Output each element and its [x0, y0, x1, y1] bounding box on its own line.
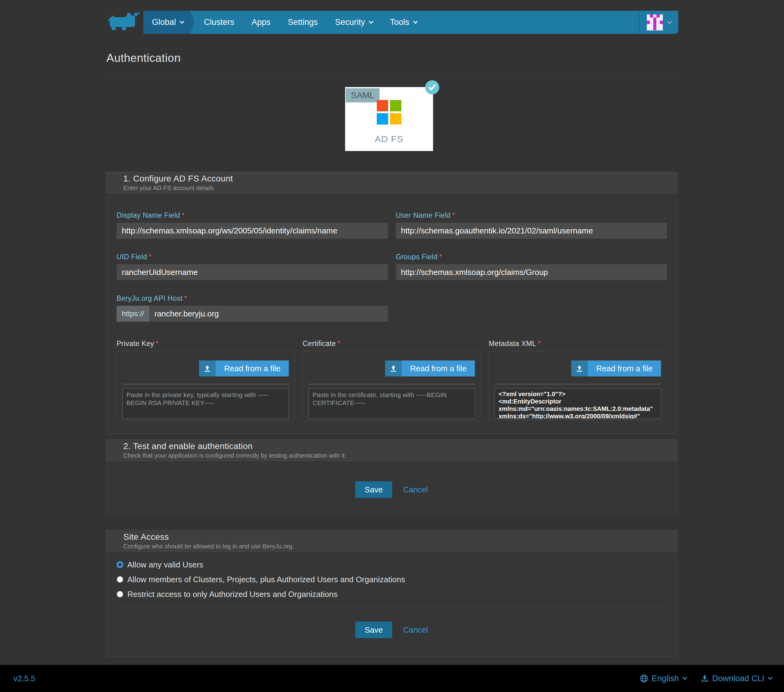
user-name-field-input[interactable]: http://schemas.goauthentik.io/2021/02/sa… — [396, 222, 667, 239]
chevron-down-icon — [768, 675, 773, 680]
panel-divider — [122, 384, 289, 384]
certificate-panel: Read from a file — [303, 351, 481, 420]
section1-header: 1. Configure AD FS Account Enter your AD… — [106, 172, 677, 193]
section1-title: 1. Configure AD FS Account — [124, 174, 677, 184]
certificate-read-file-button[interactable]: Read from a file — [385, 361, 475, 376]
section2-title: 2. Test and enable authentication — [124, 442, 677, 451]
field-user-name: User Name Field* http://schemas.goauthen… — [396, 211, 667, 239]
uid-field-label: UID Field* — [117, 253, 388, 261]
api-host-field-label: BeryJu.org API Host* — [117, 294, 388, 303]
section2-header: 2. Test and enable authentication Check … — [106, 440, 677, 461]
site-access-save-button[interactable]: Save — [355, 621, 392, 638]
required-asterisk: * — [184, 294, 187, 302]
https-prefix-addon: https:// — [117, 306, 149, 322]
required-asterisk: * — [156, 339, 158, 348]
section-site-access: Site Access Configure who should be allo… — [106, 530, 678, 657]
nav-item-settings-label: Settings — [288, 18, 318, 27]
footer: v2.5.5 English Download CLI — [0, 665, 784, 692]
certificate-textarea[interactable] — [308, 388, 475, 419]
version-link[interactable]: v2.5.5 — [13, 665, 35, 692]
nav-item-settings[interactable]: Settings — [279, 11, 327, 34]
language-label: English — [652, 674, 679, 684]
private-key-read-file-button[interactable]: Read from a file — [199, 361, 289, 376]
save-button[interactable]: Save — [355, 481, 392, 498]
required-asterisk: * — [452, 211, 455, 219]
site-access-subtitle: Configure who should be allowed to log i… — [124, 543, 677, 550]
required-asterisk: * — [538, 339, 540, 348]
section-configure-adfs-account: 1. Configure AD FS Account Enter your AD… — [106, 171, 678, 434]
chevron-down-icon — [180, 19, 184, 24]
nav-item-tools[interactable]: Tools — [381, 11, 426, 34]
download-cli-label: Download CLI — [712, 674, 764, 684]
metadata-xml-panel: Read from a file <?xml version="1.0"?> <… — [489, 351, 667, 420]
chevron-down-icon — [413, 19, 418, 24]
radio-restrict-to-authorized[interactable]: Restrict access to only Authorized Users… — [117, 589, 667, 599]
field-display-name: Display Name Field* http://schemas.xmlso… — [117, 211, 388, 239]
nav-item-global[interactable]: Global — [143, 11, 190, 34]
nav-item-clusters[interactable]: Clusters — [195, 11, 243, 34]
site-access-cancel-link[interactable]: Cancel — [403, 625, 428, 635]
radio-allow-any-valid-users[interactable]: Allow any valid Users — [117, 560, 667, 570]
read-file-button-label: Read from a file — [216, 361, 289, 376]
nav-item-apps-label: Apps — [252, 18, 271, 27]
groups-field-input[interactable]: http://schemas.xmlsoap.org/claims/Group — [396, 264, 667, 280]
display-name-field-label: Display Name Field* — [117, 211, 388, 219]
display-name-field-input[interactable]: http://schemas.xmlsoap.org/ws/2005/05/id… — [117, 222, 388, 239]
title-divider — [106, 74, 678, 74]
required-asterisk: * — [182, 211, 184, 219]
radio-selected-icon — [117, 561, 124, 568]
chevron-down-icon — [369, 19, 373, 24]
nav-item-security-label: Security — [335, 18, 365, 27]
top-nav-bar: Global Clusters Apps Settings Security T… — [143, 11, 678, 34]
metadata-xml-read-file-button[interactable]: Read from a file — [571, 361, 661, 376]
radio-allow-members-plus-authorized[interactable]: Allow members of Clusters, Projects, plu… — [117, 575, 667, 584]
site-access-header: Site Access Configure who should be allo… — [106, 530, 677, 552]
private-key-label: Private Key* — [117, 339, 295, 348]
field-api-host: BeryJu.org API Host* https:// rancher.be… — [117, 294, 388, 322]
microsoft-logo-icon — [377, 100, 401, 125]
page-title: Authentication — [106, 52, 181, 64]
private-key-textarea[interactable] — [122, 388, 289, 419]
metadata-xml-column: Metadata XML* Read from a file <?xml ver… — [489, 339, 667, 420]
rancher-logo[interactable] — [107, 12, 139, 31]
site-access-title: Site Access — [124, 532, 677, 542]
nav-item-apps[interactable]: Apps — [243, 11, 279, 34]
required-asterisk: * — [439, 253, 442, 261]
selected-check-icon — [425, 80, 439, 94]
api-host-input[interactable]: rancher.beryju.org — [149, 306, 388, 322]
required-asterisk: * — [148, 253, 152, 261]
globe-icon — [640, 674, 648, 683]
section2-subtitle: Check that your application is configure… — [124, 452, 677, 459]
user-menu-button[interactable] — [639, 11, 678, 34]
saml-badge: SAML — [346, 88, 380, 102]
groups-field-label: Groups Field* — [396, 253, 667, 261]
chevron-down-icon — [667, 19, 672, 24]
download-icon — [701, 674, 709, 682]
nav-item-security[interactable]: Security — [326, 11, 381, 34]
uid-field-input[interactable]: rancherUidUsername — [117, 264, 388, 280]
provider-name: AD FS — [345, 134, 433, 144]
user-name-field-label: User Name Field* — [396, 211, 667, 219]
metadata-xml-textarea[interactable]: <?xml version="1.0"?> <md:EntityDescript… — [494, 388, 661, 419]
certificate-label: Certificate* — [303, 339, 481, 348]
auth-provider-card-adfs[interactable]: SAML AD FS — [345, 87, 433, 151]
radio-label: Allow any valid Users — [127, 560, 203, 570]
read-file-button-label: Read from a file — [402, 361, 475, 376]
nav-item-clusters-label: Clusters — [204, 18, 234, 27]
upload-icon — [571, 361, 588, 376]
field-groups: Groups Field* http://schemas.xmlsoap.org… — [396, 253, 667, 280]
radio-unselected-icon — [117, 591, 123, 597]
nav-spacer — [426, 11, 639, 34]
metadata-xml-label: Metadata XML* — [489, 339, 667, 348]
cancel-link[interactable]: Cancel — [403, 485, 428, 494]
chevron-down-icon — [682, 675, 687, 680]
download-cli-button[interactable]: Download CLI — [701, 674, 772, 684]
nav-item-tools-label: Tools — [390, 18, 409, 27]
radio-label: Allow members of Clusters, Projects, plu… — [127, 575, 405, 584]
private-key-column: Private Key* Read from a file — [117, 339, 295, 420]
language-selector[interactable]: English — [640, 674, 687, 684]
radio-unselected-icon — [117, 577, 123, 583]
nav-item-global-label: Global — [152, 18, 176, 27]
section1-subtitle: Enter your AD FS account details — [124, 185, 677, 192]
certificate-column: Certificate* Read from a file — [303, 339, 481, 420]
